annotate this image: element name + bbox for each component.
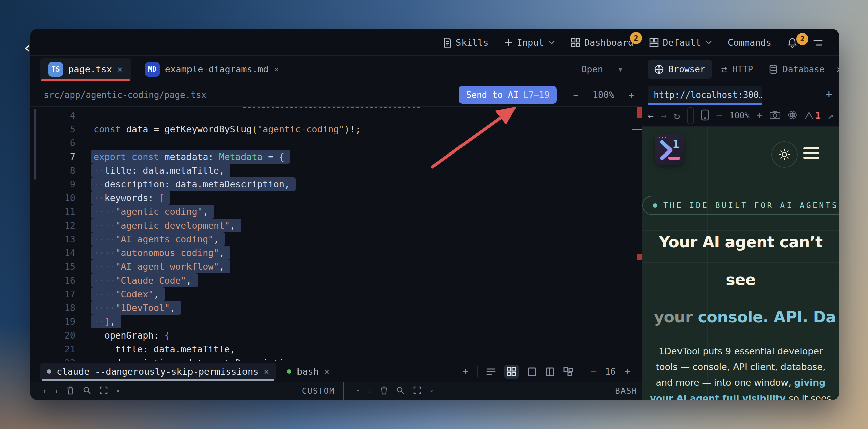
close-tab-icon[interactable]: × — [274, 64, 279, 74]
code-line[interactable]: 7export const metadata: Metadata = { — [30, 150, 642, 164]
close-panel-icon[interactable]: ✕ — [837, 63, 839, 75]
overview-ruler-track — [631, 107, 631, 361]
nav-default-layout[interactable]: Default — [641, 37, 720, 47]
expand-icon[interactable] — [100, 387, 108, 396]
split-columns-icon[interactable] — [545, 367, 555, 376]
code-line[interactable]: 16····"Claude Code", — [30, 273, 642, 287]
indent-guide — [105, 204, 105, 314]
mode-label: CUSTOM — [302, 387, 335, 396]
url-input[interactable]: http://localhost:300… — [648, 86, 762, 105]
font-size-decrease[interactable]: − — [591, 366, 597, 377]
mobile-view-icon[interactable] — [701, 109, 709, 122]
reload-icon[interactable]: ↻ — [674, 109, 680, 121]
browser-zoom-out[interactable]: − — [716, 109, 722, 121]
nav-input[interactable]: Input — [497, 37, 563, 47]
scroll-down-icon[interactable]: ↓ — [368, 388, 372, 394]
logo-underscore — [668, 157, 680, 160]
open-label: Open — [581, 64, 603, 74]
scroll-down-icon[interactable]: ↓ — [55, 388, 58, 394]
open-dropdown[interactable]: Open ▼ — [581, 64, 642, 74]
grid-layout-icon[interactable] — [504, 365, 519, 379]
code-line[interactable]: 19··], — [30, 315, 642, 328]
code-line[interactable]: 18····"1DevTool", — [30, 301, 642, 315]
line-number: 16 — [30, 275, 86, 286]
tab-browser[interactable]: Browser — [648, 60, 712, 79]
terminal-tab-bar: claude --dangerously-skip-permissions × … — [30, 361, 642, 382]
close-icon[interactable]: ✕ — [430, 388, 433, 394]
close-icon[interactable]: ✕ — [116, 388, 120, 394]
nav-commands[interactable]: Commands — [720, 37, 779, 47]
status-icons-right: ↑ ↓ ✕ — [356, 386, 433, 396]
code-line[interactable]: 15····"AI agent workflow", — [30, 260, 642, 273]
code-line[interactable]: 22 description: data.metaDescription — [30, 356, 642, 361]
tab-example-diagrams-md[interactable]: MD example-diagrams.md × — [136, 58, 288, 80]
code-line[interactable]: 6 — [30, 136, 642, 150]
close-tab-icon[interactable]: × — [117, 64, 123, 74]
forward-icon[interactable]: → — [661, 109, 667, 121]
send-to-ai-button[interactable]: Send to AI L7–19 — [459, 86, 557, 104]
sidebar-collapse-chevron[interactable]: ‹ — [23, 39, 32, 56]
tab-page-tsx[interactable]: TS page.tsx × — [39, 58, 131, 80]
code-line[interactable]: 11····"agentic coding", — [30, 205, 642, 219]
search-icon[interactable] — [397, 387, 404, 396]
scroll-up-icon[interactable]: ↑ — [356, 388, 360, 394]
code-line[interactable]: 20 openGraph: { — [30, 328, 642, 342]
open-external-icon[interactable]: ↗ — [828, 109, 834, 121]
theme-toggle-button[interactable] — [771, 141, 798, 168]
code-line[interactable]: 5const data = getKeywordBySlug("agentic-… — [30, 122, 642, 136]
expand-icon[interactable] — [413, 387, 421, 396]
viewport-size-input[interactable] — [687, 107, 694, 124]
zoom-in-button[interactable]: + — [628, 90, 634, 100]
back-icon[interactable]: ← — [648, 109, 654, 121]
trash-icon[interactable] — [380, 386, 388, 396]
trash-icon[interactable] — [67, 386, 74, 396]
new-browser-tab-button[interactable]: + — [826, 87, 832, 105]
code-line[interactable]: 8··title: data.metaTitle, — [30, 164, 642, 177]
scroll-up-icon[interactable]: ↑ — [43, 388, 46, 394]
send-to-ai-line-range: L7–19 — [523, 90, 549, 100]
site-logo[interactable]: 1 — [655, 134, 684, 165]
chevron-down-icon — [706, 40, 712, 44]
close-terminal-icon[interactable]: × — [264, 367, 269, 377]
close-terminal-icon[interactable]: × — [324, 367, 329, 377]
left-scroll-indicator — [34, 108, 36, 179]
code-line[interactable]: 4 — [30, 108, 642, 122]
font-size-increase[interactable]: + — [624, 366, 630, 377]
logo-one: 1 — [673, 137, 680, 151]
single-pane-icon[interactable] — [527, 367, 537, 376]
code-line[interactable]: 14····"autonomous coding", — [30, 246, 642, 260]
menu-button[interactable] — [805, 39, 831, 46]
code-line[interactable]: 13····"AI agents coding", — [30, 232, 642, 246]
site-menu-button[interactable] — [803, 147, 819, 162]
code-editor[interactable]: 45const data = getKeywordBySlug("agentic… — [30, 107, 642, 361]
code-line[interactable]: 12····"agentic development", — [30, 219, 642, 232]
line-text: ····"AI agents coding", — [91, 232, 225, 246]
code-line[interactable]: 9··description: data.metaDescription, — [30, 177, 642, 191]
code-line[interactable]: 21 title: data.metaTitle, — [30, 342, 642, 356]
line-number: 12 — [30, 220, 86, 231]
list-layout-icon[interactable] — [486, 368, 496, 375]
console-errors-indicator[interactable]: 1 — [805, 110, 821, 121]
zoom-out-button[interactable]: − — [573, 90, 578, 100]
dropdown-caret-icon: ▼ — [618, 65, 622, 73]
line-number: 17 — [30, 289, 86, 299]
search-icon[interactable] — [83, 387, 91, 396]
code-line[interactable]: 10··keywords: [ — [30, 191, 642, 205]
line-text: ····"agentic development", — [91, 219, 242, 232]
tab-database[interactable]: Database — [762, 60, 831, 79]
new-terminal-button[interactable]: + — [463, 366, 469, 377]
terminal-tab-claude[interactable]: claude --dangerously-skip-permissions × — [39, 363, 276, 381]
terminal-tab-bash[interactable]: bash × — [280, 363, 337, 381]
hamburger-icon — [813, 39, 823, 46]
tab-http[interactable]: ⇄ HTTP — [715, 59, 760, 80]
react-devtools-icon[interactable] — [787, 110, 798, 121]
hero-headline-line2: see — [642, 269, 839, 290]
browser-zoom-in[interactable]: + — [757, 109, 763, 121]
mosaic-layout-icon[interactable] — [563, 367, 573, 376]
code-line[interactable]: 17····"Codex", — [30, 287, 642, 301]
nav-skills[interactable]: Skills — [436, 37, 497, 47]
nav-dashboard[interactable]: Dashboard 2 — [563, 37, 641, 47]
line-number: 19 — [30, 317, 86, 327]
notifications-button[interactable]: 2 — [779, 37, 805, 47]
screenshot-camera-icon[interactable] — [770, 110, 780, 121]
